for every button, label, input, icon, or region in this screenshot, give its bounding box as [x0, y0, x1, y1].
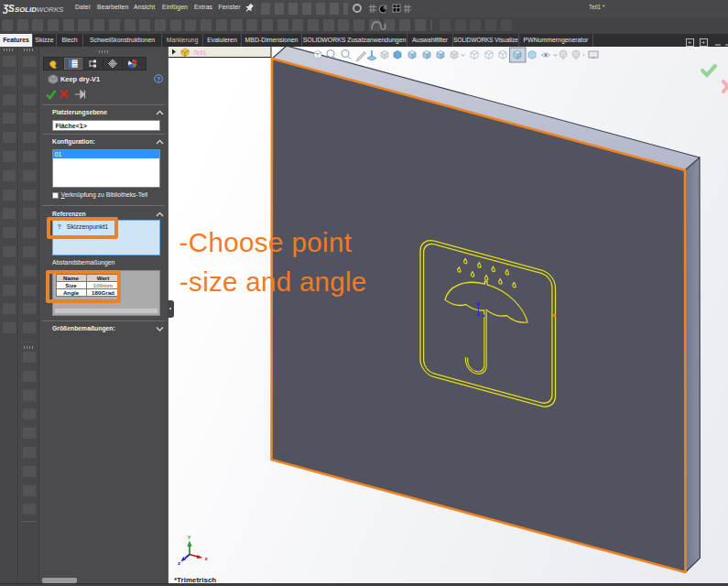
svg-text:Teil1: Teil1 [193, 49, 207, 56]
svg-text:x: x [205, 556, 209, 561]
svg-text:z: z [178, 560, 180, 566]
svg-text:?: ? [157, 75, 160, 81]
svg-text:-size and angle: -size and angle [179, 266, 367, 297]
svg-text:*Trimetrisch: *Trimetrisch [174, 576, 216, 583]
svg-text:-Choose point: -Choose point [179, 227, 353, 257]
svg-text:SOLIDWORKS: SOLIDWORKS [15, 5, 64, 14]
svg-text:Y: Y [188, 535, 191, 540]
svg-text:ƷS: ƷS [3, 4, 15, 14]
